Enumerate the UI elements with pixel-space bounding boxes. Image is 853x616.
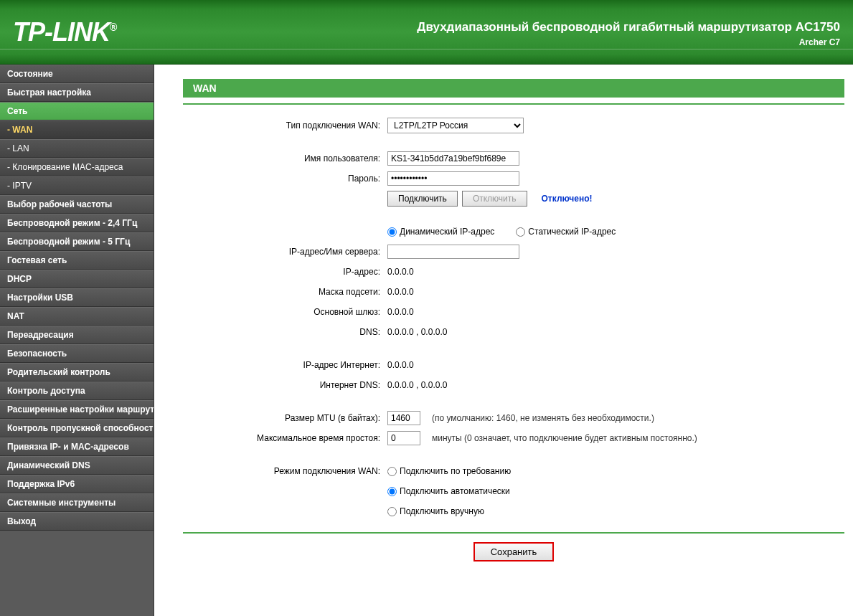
radio-static-ip-label[interactable]: Статический IP-адрес (516, 227, 616, 237)
sidebar-item-5[interactable]: - Клонирование MAC-адреса (0, 158, 154, 176)
connect-button[interactable]: Подключить (387, 191, 458, 207)
divider (183, 532, 844, 534)
sidebar-item-20[interactable]: Привязка IP- и MAC-адресов (0, 437, 154, 456)
idle-input[interactable] (387, 431, 420, 445)
sidebar-item-10[interactable]: Гостевая сеть (0, 251, 154, 270)
radio-manual[interactable] (387, 507, 397, 516)
sidebar-item-13[interactable]: NAT (0, 307, 154, 326)
sidebar-item-14[interactable]: Переадресация (0, 326, 154, 344)
sidebar-item-2[interactable]: Сеть (0, 102, 154, 120)
sidebar-item-19[interactable]: Контроль пропускной способности (0, 419, 154, 437)
label-ip: IP-адрес: (183, 267, 387, 277)
label-internet-ip: IP-адрес Интернет: (183, 360, 387, 370)
sidebar-item-22[interactable]: Поддержка IPv6 (0, 475, 154, 493)
sidebar-item-1[interactable]: Быстрая настройка (0, 83, 154, 102)
value-internet-dns: 0.0.0.0 , 0.0.0.0 (387, 380, 844, 390)
sidebar-item-3[interactable]: - WAN (0, 120, 154, 139)
sidebar-item-23[interactable]: Системные инструменты (0, 493, 154, 512)
password-input[interactable] (387, 171, 519, 186)
sidebar-item-24[interactable]: Выход (0, 512, 154, 531)
header: TP-LINK® Двухдиапазонный беспроводной ги… (0, 0, 853, 65)
radio-manual-label[interactable]: Подключить вручную (387, 506, 484, 516)
radio-dynamic-ip[interactable] (387, 227, 397, 237)
username-input[interactable] (387, 151, 519, 166)
radio-auto[interactable] (387, 487, 397, 496)
sidebar: СостояниеБыстрая настройкаСеть- WAN- LAN… (0, 65, 154, 616)
label-password: Пароль: (183, 174, 387, 184)
label-internet-dns: Интернет DNS: (183, 380, 387, 390)
sidebar-item-18[interactable]: Расширенные настройки маршрутизации (0, 400, 154, 419)
label-conn-type: Тип подключения WAN: (183, 120, 387, 131)
radio-dynamic-ip-label[interactable]: Динамический IP-адрес (387, 227, 494, 237)
sidebar-item-8[interactable]: Беспроводной режим - 2,4 ГГц (0, 214, 154, 232)
sidebar-item-4[interactable]: - LAN (0, 139, 154, 158)
logo: TP-LINK® (13, 17, 116, 47)
header-subtitle: Archer C7 (799, 37, 840, 47)
server-ip-input[interactable] (387, 245, 519, 259)
label-mtu: Размер MTU (в байтах): (183, 413, 387, 423)
header-title: Двухдиапазонный беспроводной гигабитный … (417, 20, 840, 34)
value-internet-ip: 0.0.0.0 (387, 360, 844, 370)
divider (183, 103, 844, 105)
sidebar-item-12[interactable]: Настройки USB (0, 288, 154, 307)
label-conn-mode: Режим подключения WAN: (183, 466, 387, 476)
sidebar-item-16[interactable]: Родительский контроль (0, 363, 154, 382)
label-dns: DNS: (183, 327, 387, 337)
label-gateway: Основной шлюз: (183, 307, 387, 317)
sidebar-item-17[interactable]: Контроль доступа (0, 382, 154, 400)
sidebar-item-6[interactable]: - IPTV (0, 176, 154, 195)
radio-on-demand[interactable] (387, 467, 397, 476)
connection-status: Отключено! (542, 194, 593, 204)
main-content: WAN Тип подключения WAN: L2TP/L2TP Росси… (154, 65, 853, 616)
sidebar-item-0[interactable]: Состояние (0, 65, 154, 83)
radio-static-ip[interactable] (516, 227, 525, 237)
value-dns: 0.0.0.0 , 0.0.0.0 (387, 327, 844, 337)
value-gateway: 0.0.0.0 (387, 307, 844, 317)
value-ip: 0.0.0.0 (387, 267, 844, 277)
mtu-input[interactable] (387, 411, 420, 425)
sidebar-item-15[interactable]: Безопасность (0, 344, 154, 363)
sidebar-item-7[interactable]: Выбор рабочей частоты (0, 195, 154, 214)
value-netmask: 0.0.0.0 (387, 287, 844, 297)
hint-idle: минуты (0 означает, что подключение буде… (432, 433, 697, 443)
label-netmask: Маска подсети: (183, 287, 387, 297)
sidebar-item-11[interactable]: DHCP (0, 270, 154, 288)
wan-conn-type-select[interactable]: L2TP/L2TP Россия (387, 118, 524, 133)
hint-mtu: (по умолчанию: 1460, не изменять без нео… (432, 413, 654, 423)
save-button[interactable]: Сохранить (473, 542, 555, 561)
label-username: Имя пользователя: (183, 153, 387, 164)
disconnect-button: Отключить (462, 191, 527, 207)
radio-on-demand-label[interactable]: Подключить по требованию (387, 466, 511, 476)
radio-auto-label[interactable]: Подключить автоматически (387, 486, 510, 496)
sidebar-item-9[interactable]: Беспроводной режим - 5 ГГц (0, 232, 154, 251)
page-title: WAN (183, 79, 844, 98)
sidebar-item-21[interactable]: Динамический DNS (0, 456, 154, 475)
label-idle: Максимальное время простоя: (183, 433, 387, 443)
label-server-ip: IP-адрес/Имя сервера: (183, 247, 387, 257)
